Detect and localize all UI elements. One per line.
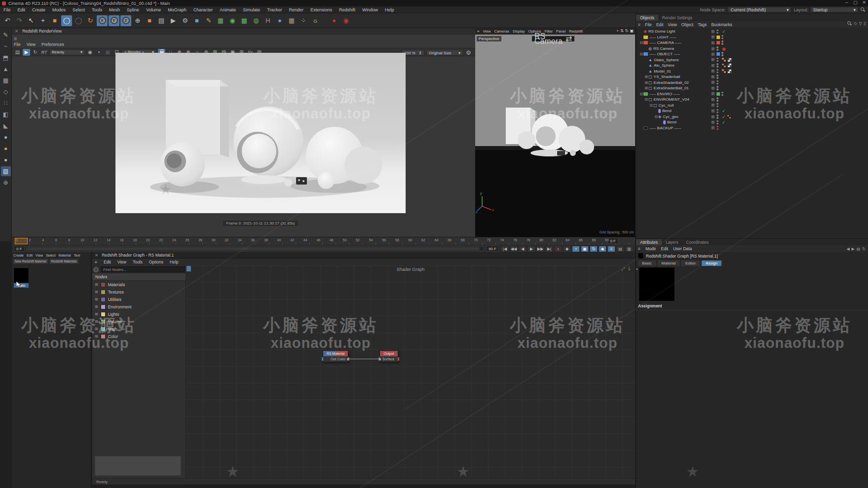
enable-toggle[interactable] [711, 80, 715, 84]
attribute-hamburger-icon[interactable]: ≡ [638, 246, 641, 251]
play-button[interactable]: ▶ [528, 246, 535, 252]
expander-icon[interactable]: ⊞ [95, 327, 98, 331]
layout-select[interactable]: Startup▾ [811, 7, 858, 12]
enable-toggle[interactable] [711, 69, 715, 73]
node-category-color[interactable]: ⊞Color [92, 333, 186, 340]
viewport-menu-filter[interactable]: Filter [544, 29, 553, 34]
object-row[interactable]: ⊟----- OBJECT ----- [636, 51, 868, 57]
sync-icon[interactable]: ↻ [862, 247, 866, 251]
menu-render[interactable]: Render [285, 7, 307, 12]
enable-toggle[interactable] [711, 98, 715, 102]
preview-range-track[interactable] [27, 246, 484, 251]
enabled-check-icon[interactable]: ✓ [722, 114, 726, 119]
maximize-button[interactable]: ▢ [853, 0, 858, 5]
redo-icon[interactable]: ↷ [14, 15, 25, 26]
spline-tool-icon[interactable]: ~ [1, 41, 11, 51]
environment-icon[interactable]: ● [274, 15, 285, 26]
visibility-dots[interactable] [721, 92, 723, 96]
enable-toggle[interactable] [711, 64, 715, 68]
texture-tag-icon[interactable] [727, 63, 732, 68]
attribute-tab-material[interactable]: Material [657, 260, 680, 266]
material-menu-text[interactable]: Text [74, 254, 80, 257]
viewport-menu-panel[interactable]: Panel [556, 29, 566, 34]
visibility-dots[interactable] [717, 80, 718, 85]
attribute-tab-basic[interactable]: Basic [638, 260, 656, 266]
minimize-button[interactable]: ─ [845, 0, 848, 5]
enable-toggle[interactable] [711, 52, 715, 56]
menu-redshift[interactable]: Redshift [336, 7, 359, 12]
pen-tool-icon[interactable]: ✎ [1, 30, 11, 40]
visibility-dots[interactable] [717, 30, 718, 34]
rt-label[interactable]: RT [40, 49, 48, 56]
object-row[interactable]: ⊟◆Cyc_geo✓ [636, 114, 868, 120]
viewport-scene[interactable]: x y z [475, 35, 635, 237]
node-category-textures[interactable]: ⊞Textures [92, 288, 186, 296]
visibility-dots[interactable] [717, 109, 718, 113]
x-axis-button[interactable]: X [97, 15, 108, 26]
enable-toggle[interactable] [711, 109, 715, 113]
attribute-menu-mode[interactable]: Mode [645, 246, 656, 251]
timeline-ruler[interactable]: 0 F 024681012141618202224262830323436384… [12, 237, 635, 245]
start-ipr-button[interactable]: ▶ [23, 49, 30, 56]
expander-icon[interactable]: ⊞ [644, 75, 648, 79]
history-forward-icon[interactable]: ▶ [852, 247, 855, 251]
undo-icon[interactable]: ↶ [2, 15, 13, 26]
expander-icon[interactable]: ⊟ [644, 97, 648, 102]
node-space-select[interactable]: Current (Redshift)▾ [728, 7, 791, 12]
object-menu-view[interactable]: View [668, 22, 677, 27]
workplane-mode-icon[interactable]: ◇ [1, 87, 11, 97]
expander-icon[interactable]: ⊟ [639, 92, 643, 96]
output-node[interactable]: Output Surface [379, 350, 398, 362]
menu-animate[interactable]: Animate [216, 7, 239, 12]
material-sphere-gray-icon[interactable]: ● [1, 155, 11, 165]
render-settings-icon[interactable]: ⚙ [180, 15, 190, 26]
polygons-mode-icon[interactable]: ◣ [1, 121, 11, 131]
goto-start-button[interactable]: |◀ [501, 246, 509, 252]
display-size-select[interactable]: Original Size▾ [426, 50, 463, 56]
node-category-materials[interactable]: ⊞Materials [92, 281, 186, 288]
tab-attributes[interactable]: Attributes [636, 239, 662, 245]
object-menu-file[interactable]: File [645, 22, 652, 27]
enable-toggle[interactable] [711, 47, 715, 51]
preview-collapse-icon[interactable]: ▾ [636, 267, 638, 271]
snap-tool-icon[interactable]: ⊕ [1, 178, 11, 188]
menu-volume[interactable]: Volume [143, 7, 164, 12]
object-manager-hamburger-icon[interactable]: ≡ [638, 22, 641, 27]
shader-graph-menu-edit[interactable]: Edit [104, 260, 111, 264]
material-preview[interactable] [639, 267, 675, 301]
object-row[interactable]: ▲Model_01 [636, 69, 868, 75]
visibility-dots[interactable] [717, 63, 718, 68]
visibility-dots[interactable] [721, 40, 723, 45]
autokey-button[interactable]: ◆ [563, 246, 571, 252]
material-menu-select[interactable]: Select [46, 254, 55, 257]
workplane-cube-icon[interactable]: ■ [144, 15, 155, 26]
layer-color-chip[interactable] [717, 41, 720, 44]
prev-key-button[interactable]: ◀◀ [510, 246, 518, 252]
enable-toggle[interactable] [711, 86, 715, 90]
menu-tracker[interactable]: Tracker [264, 7, 285, 12]
layer-color-chip[interactable] [717, 52, 720, 56]
phong-tag-icon[interactable] [722, 58, 726, 62]
menu-simulate[interactable]: Simulate [239, 7, 264, 12]
solo-single-button[interactable]: ▥ [625, 246, 633, 252]
close-button[interactable]: ✕ [862, 0, 866, 5]
camera-select[interactable]: RS Camera⇄ [532, 36, 574, 41]
visibility-dots[interactable] [717, 126, 718, 130]
viewport-hamburger-icon[interactable]: ≡ [477, 29, 479, 34]
shader-graph-tab[interactable]: Redshift Shader Graph - RS Material.1 [102, 253, 174, 258]
menu-window[interactable]: Window [359, 7, 381, 12]
object-menu-bookmarks[interactable]: Bookmarks [711, 22, 732, 27]
tab-layers[interactable]: Layers [662, 239, 682, 245]
enable-toggle[interactable] [711, 120, 715, 124]
object-row[interactable]: ⊞▢YS_Shaderball [636, 74, 868, 80]
search-icon[interactable] [861, 7, 865, 12]
node-category-utilities[interactable]: ⊞Utilities [92, 296, 186, 303]
object-row[interactable]: Bend✓ [636, 108, 868, 114]
start-frame-field[interactable]: 0 F [14, 246, 25, 252]
surface-port[interactable] [379, 358, 381, 360]
menu-help[interactable]: Help [381, 7, 398, 12]
enabled-check-icon[interactable]: ✓ [722, 29, 726, 34]
lock-panel-icon[interactable]: ▤ [857, 247, 861, 251]
rotate-icon[interactable]: ◯ [61, 15, 72, 26]
visibility-dots[interactable] [721, 35, 723, 39]
